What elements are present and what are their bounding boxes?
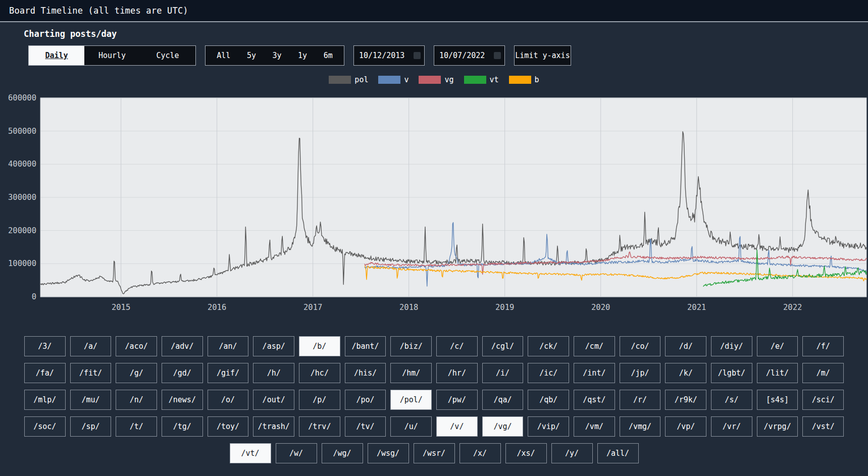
- board-button-tv[interactable]: /tv/: [345, 416, 386, 437]
- board-button-i[interactable]: /i/: [482, 363, 524, 383]
- board-button-vmg[interactable]: /vmg/: [620, 416, 661, 437]
- board-button-f[interactable]: /f/: [802, 336, 844, 356]
- board-button-d[interactable]: /d/: [665, 336, 706, 356]
- board-button-x[interactable]: /x/: [459, 443, 501, 463]
- legend-item-pol[interactable]: pol: [329, 75, 368, 84]
- board-button-h[interactable]: /h/: [253, 363, 294, 383]
- board-button-vp[interactable]: /vp/: [665, 416, 706, 437]
- legend-item-vt[interactable]: vt: [464, 75, 499, 84]
- board-button-int[interactable]: /int/: [574, 363, 615, 383]
- board-button-vm[interactable]: /vm/: [574, 416, 615, 437]
- board-button-soc[interactable]: /soc/: [24, 416, 66, 437]
- board-button-b[interactable]: /b/: [299, 336, 340, 356]
- board-button-sp[interactable]: /sp/: [70, 416, 112, 437]
- board-button-aco[interactable]: /aco/: [116, 336, 157, 356]
- board-button-qb[interactable]: /qb/: [528, 390, 569, 410]
- board-button-gd[interactable]: /gd/: [162, 363, 203, 383]
- board-button-vip[interactable]: /vip/: [528, 416, 569, 437]
- board-button-cm[interactable]: /cm/: [574, 336, 615, 356]
- board-button-wsg[interactable]: /wsg/: [368, 443, 409, 463]
- board-button-hr[interactable]: /hr/: [436, 363, 478, 383]
- timeline-chart[interactable]: 0100000200000300000400000500000600000201…: [0, 86, 868, 318]
- board-button-s4s[interactable]: [s4s]: [757, 390, 798, 410]
- board-button-a[interactable]: /a/: [70, 336, 112, 356]
- range-button-3y[interactable]: 3y: [268, 51, 285, 60]
- range-button-1y[interactable]: 1y: [294, 51, 311, 60]
- board-button-out[interactable]: /out/: [253, 390, 294, 410]
- board-button-toy[interactable]: /toy/: [208, 416, 249, 437]
- board-button-lit[interactable]: /lit/: [757, 363, 798, 383]
- mode-tab-cycle[interactable]: Cycle: [140, 46, 195, 65]
- board-button-g[interactable]: /g/: [116, 363, 157, 383]
- board-button-hc[interactable]: /hc/: [299, 363, 340, 383]
- board-button-mu[interactable]: /mu/: [70, 390, 112, 410]
- board-button-t[interactable]: /t/: [116, 416, 157, 437]
- board-button-asp[interactable]: /asp/: [253, 336, 294, 356]
- board-button-qst[interactable]: /qst/: [574, 390, 615, 410]
- board-button-r[interactable]: /r/: [620, 390, 661, 410]
- calendar-icon[interactable]: [414, 52, 421, 59]
- board-button-m[interactable]: /m/: [802, 363, 844, 383]
- board-button-his[interactable]: /his/: [345, 363, 386, 383]
- board-button-c[interactable]: /c/: [436, 336, 478, 356]
- board-button-vt[interactable]: /vt/: [230, 443, 271, 463]
- board-button-e[interactable]: /e/: [757, 336, 798, 356]
- board-button-s[interactable]: /s/: [711, 390, 752, 410]
- board-button-gif[interactable]: /gif/: [208, 363, 249, 383]
- board-button-ck[interactable]: /ck/: [528, 336, 569, 356]
- board-button-sci[interactable]: /sci/: [802, 390, 844, 410]
- board-button-biz[interactable]: /biz/: [390, 336, 432, 356]
- range-button-all[interactable]: All: [213, 51, 234, 60]
- board-button-hm[interactable]: /hm/: [390, 363, 432, 383]
- board-button-vrpg[interactable]: /vrpg/: [757, 416, 798, 437]
- board-button-ic[interactable]: /ic/: [528, 363, 569, 383]
- board-button-po[interactable]: /po/: [345, 390, 386, 410]
- board-button-3[interactable]: /3/: [24, 336, 66, 356]
- board-button-vr[interactable]: /vr/: [711, 416, 752, 437]
- range-button-5y[interactable]: 5y: [243, 51, 260, 60]
- legend-item-v[interactable]: v: [378, 75, 409, 84]
- board-button-tg[interactable]: /tg/: [162, 416, 203, 437]
- board-button-cgl[interactable]: /cgl/: [482, 336, 524, 356]
- board-button-qa[interactable]: /qa/: [482, 390, 524, 410]
- board-button-trash[interactable]: /trash/: [253, 416, 294, 437]
- legend-item-vg[interactable]: vg: [419, 75, 453, 84]
- board-button-diy[interactable]: /diy/: [711, 336, 752, 356]
- mode-tab-daily[interactable]: Daily: [29, 46, 84, 65]
- limit-y-axis-button[interactable]: Limit y-axis: [514, 45, 571, 66]
- board-button-p[interactable]: /p/: [299, 390, 340, 410]
- board-button-wsr[interactable]: /wsr/: [414, 443, 455, 463]
- board-button-jp[interactable]: /jp/: [620, 363, 661, 383]
- board-button-an[interactable]: /an/: [208, 336, 249, 356]
- board-button-r9k[interactable]: /r9k/: [665, 390, 706, 410]
- board-button-o[interactable]: /o/: [208, 390, 249, 410]
- board-button-pw[interactable]: /pw/: [436, 390, 478, 410]
- board-button-v[interactable]: /v/: [436, 416, 478, 437]
- board-button-co[interactable]: /co/: [620, 336, 661, 356]
- board-button-bant[interactable]: /bant/: [345, 336, 386, 356]
- board-button-fit[interactable]: /fit/: [70, 363, 112, 383]
- board-button-n[interactable]: /n/: [116, 390, 157, 410]
- x-axis-tick-label: 2020: [591, 303, 610, 312]
- board-button-pol[interactable]: /pol/: [390, 390, 432, 410]
- calendar-icon[interactable]: [494, 52, 501, 59]
- legend-label: vg: [444, 75, 453, 84]
- board-button-lgbt[interactable]: /lgbt/: [711, 363, 752, 383]
- board-button-wg[interactable]: /wg/: [322, 443, 363, 463]
- board-button-xs[interactable]: /xs/: [505, 443, 547, 463]
- board-button-adv[interactable]: /adv/: [162, 336, 203, 356]
- mode-tab-hourly[interactable]: Hourly: [84, 46, 140, 65]
- board-button-u[interactable]: /u/: [390, 416, 432, 437]
- board-button-vst[interactable]: /vst/: [802, 416, 844, 437]
- board-button-mlp[interactable]: /mlp/: [24, 390, 66, 410]
- board-button-y[interactable]: /y/: [551, 443, 593, 463]
- board-button-news[interactable]: /news/: [162, 390, 203, 410]
- board-button-fa[interactable]: /fa/: [24, 363, 66, 383]
- legend-item-b[interactable]: b: [509, 75, 539, 84]
- board-button-k[interactable]: /k/: [665, 363, 706, 383]
- board-button-all[interactable]: /all/: [597, 443, 639, 463]
- board-button-w[interactable]: /w/: [276, 443, 317, 463]
- board-button-trv[interactable]: /trv/: [299, 416, 340, 437]
- board-button-vg[interactable]: /vg/: [482, 416, 524, 437]
- range-button-6m[interactable]: 6m: [320, 51, 337, 60]
